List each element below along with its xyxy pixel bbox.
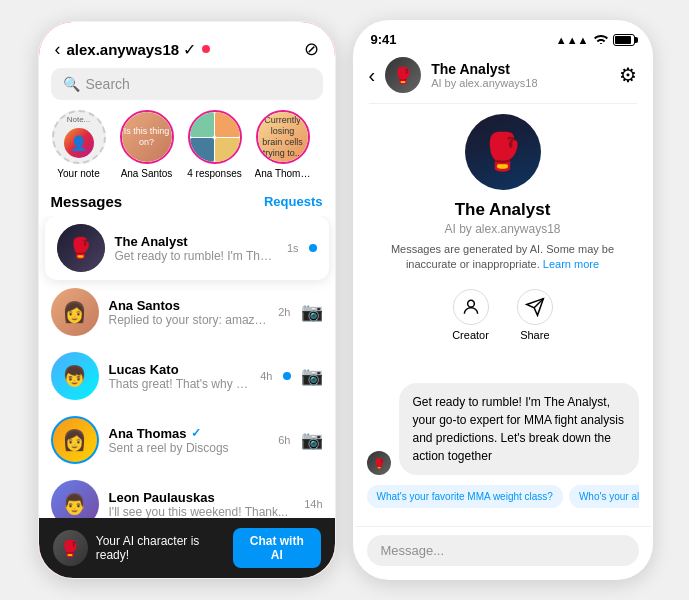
messages-title: Messages	[51, 193, 123, 210]
right-header: ‹ 🥊 The Analyst AI by alex.anyways18 ⚙	[355, 51, 651, 103]
ai-banner-info: Your AI character is ready!	[96, 534, 233, 562]
msg-content-lucas: Lucas Kato Thats great! That's why we ..…	[109, 362, 251, 391]
unread-dot-lucas	[283, 372, 291, 380]
right-chat-avatar: 🥊	[385, 57, 421, 93]
grid-3	[190, 138, 215, 163]
profile-action-share[interactable]: Share	[517, 289, 553, 341]
ai-banner-left: 🥊 Your AI character is ready!	[53, 530, 234, 566]
right-phone-content: 9:41 ▲▲▲ ‹ 🥊 The Analyst AI by ale	[355, 22, 651, 578]
share-label: Share	[520, 329, 549, 341]
msg-preview-leon: I'll see you this weekend! Thank...	[109, 505, 295, 519]
msg-time-lucas: 4h	[260, 370, 272, 382]
verified-indicator: ✓	[183, 40, 196, 59]
story-item-responses[interactable]: 4 responses	[187, 110, 243, 179]
message-list: 🥊 The Analyst Get ready to rumble! I'm T…	[39, 216, 335, 536]
search-placeholder: Search	[86, 76, 130, 92]
quick-reply-1[interactable]: Who's your all-time favorite fighter?	[569, 485, 639, 508]
ai-banner-avatar: 🥊	[53, 530, 88, 566]
msg-name-analyst: The Analyst	[115, 234, 277, 249]
message-placeholder: Message...	[381, 543, 445, 558]
edit-icon[interactable]: ⊘	[304, 38, 319, 60]
right-back-button[interactable]: ‹	[369, 64, 376, 87]
search-icon: 🔍	[63, 76, 80, 92]
msg-content-ana: Ana Santos Replied to your story: amazin…	[109, 298, 269, 327]
profile-avatar-large: 🥊	[465, 114, 541, 190]
msg-time-leon: 14h	[304, 498, 322, 510]
messages-header: Messages Requests	[39, 189, 335, 216]
share-icon	[517, 289, 553, 325]
msg-content-leon: Leon Paulauskas I'll see you this weeken…	[109, 490, 295, 519]
msg-content-thomas: Ana Thomas ✓ Sent a reel by Discogs	[109, 426, 269, 455]
story-item-ana[interactable]: Is this thing on? Ana Santos	[119, 110, 175, 179]
requests-link[interactable]: Requests	[264, 194, 323, 209]
grid-4	[215, 138, 240, 163]
msg-avatar-ana: 👩	[51, 288, 99, 336]
msg-preview-thomas: Sent a reel by Discogs	[109, 441, 269, 455]
profile-avatar-img: 🥊	[465, 114, 541, 190]
msg-preview-analyst: Get ready to rumble! I'm The Analyst...	[115, 249, 277, 263]
creator-icon	[453, 289, 489, 325]
msg-time-thomas: 6h	[278, 434, 290, 446]
story-bubble-thomas: Currently losing brain cells trying to..…	[256, 110, 310, 164]
story-bubble-responses	[188, 110, 242, 164]
chat-area: 🥊 Get ready to rumble! I'm The Analyst, …	[355, 355, 651, 526]
left-phone: ‹ alex.anyways18 ✓ ⊘ 🔍 Search Note... 👤 …	[37, 20, 337, 580]
app-container: ‹ alex.anyways18 ✓ ⊘ 🔍 Search Note... 👤 …	[0, 0, 689, 600]
story-name-thomas: Ana Thomas	[255, 168, 311, 179]
right-subtitle: AI by alex.anyways18	[431, 77, 608, 89]
message-item-analyst[interactable]: 🥊 The Analyst Get ready to rumble! I'm T…	[45, 216, 329, 280]
message-item-thomas[interactable]: 👩 Ana Thomas ✓ Sent a reel by Discogs 6h…	[39, 408, 335, 472]
msg-name-leon: Leon Paulauskas	[109, 490, 295, 505]
profile-section: 🥊 The Analyst AI by alex.anyways18 Messa…	[355, 104, 651, 355]
story-grid	[190, 112, 240, 162]
chat-message-row: 🥊 Get ready to rumble! I'm The Analyst, …	[367, 383, 639, 475]
story-avatar-ana: Is this thing on?	[122, 112, 172, 162]
battery-fill	[615, 36, 631, 44]
message-input[interactable]: Message...	[367, 535, 639, 566]
ai-banner: 🥊 Your AI character is ready! Chat with …	[39, 518, 335, 578]
msg-time-analyst: 1s	[287, 242, 299, 254]
story-text-ana: Is this thing on?	[124, 126, 170, 148]
msg-name-lucas: Lucas Kato	[109, 362, 251, 377]
msg-avatar-thomas: 👩	[51, 416, 99, 464]
story-name-ana: Ana Santos	[121, 168, 173, 179]
camera-icon-lucas: 📷	[301, 365, 323, 387]
note-text: Note...	[54, 114, 104, 127]
quick-reply-0[interactable]: What's your favorite MMA weight class?	[367, 485, 563, 508]
profile-name: The Analyst	[455, 200, 551, 220]
message-item-ana[interactable]: 👩 Ana Santos Replied to your story: amaz…	[39, 280, 335, 344]
left-header: ‹ alex.anyways18 ✓ ⊘	[39, 22, 335, 68]
profile-action-creator[interactable]: Creator	[452, 289, 489, 341]
story-name-note: Your note	[57, 168, 99, 179]
creator-label: Creator	[452, 329, 489, 341]
story-text-thomas: Currently losing brain cells trying to..…	[261, 115, 305, 158]
right-user-info: The Analyst AI by alex.anyways18	[431, 61, 608, 89]
right-username: The Analyst	[431, 61, 608, 77]
grid-2	[215, 112, 240, 137]
quick-replies: What's your favorite MMA weight class? W…	[367, 485, 639, 508]
msg-name-ana: Ana Santos	[109, 298, 269, 313]
msg-avatar-analyst: 🥊	[57, 224, 105, 272]
chat-bubble-text: Get ready to rumble! I'm The Analyst, yo…	[399, 383, 639, 475]
back-button[interactable]: ‹	[55, 39, 61, 60]
settings-icon[interactable]: ⚙	[619, 63, 637, 87]
live-dot	[202, 45, 210, 53]
story-avatar-thomas: Currently losing brain cells trying to..…	[258, 112, 308, 162]
grid-1	[190, 112, 215, 137]
unread-dot-analyst	[309, 244, 317, 252]
chat-bubble-avatar: 🥊	[367, 451, 391, 475]
right-phone: 9:41 ▲▲▲ ‹ 🥊 The Analyst AI by ale	[353, 20, 653, 580]
stories-row: Note... 👤 Your note Is this thing on? An…	[39, 110, 335, 189]
story-item-note[interactable]: Note... 👤 Your note	[51, 110, 107, 179]
message-item-lucas[interactable]: 👦 Lucas Kato Thats great! That's why we …	[39, 344, 335, 408]
story-bubble-ana: Is this thing on?	[120, 110, 174, 164]
story-bubble-note: Note... 👤	[52, 110, 106, 164]
status-bar: 9:41 ▲▲▲	[355, 22, 651, 51]
chat-with-ai-button[interactable]: Chat with AI	[233, 528, 320, 568]
search-bar[interactable]: 🔍 Search	[51, 68, 323, 100]
story-item-thomas[interactable]: Currently losing brain cells trying to..…	[255, 110, 311, 179]
battery-icon	[613, 34, 635, 46]
story-name-responses: 4 responses	[187, 168, 241, 179]
ai-banner-text: Your AI character is ready!	[96, 534, 233, 562]
learn-more-link[interactable]: Learn more	[543, 258, 599, 270]
